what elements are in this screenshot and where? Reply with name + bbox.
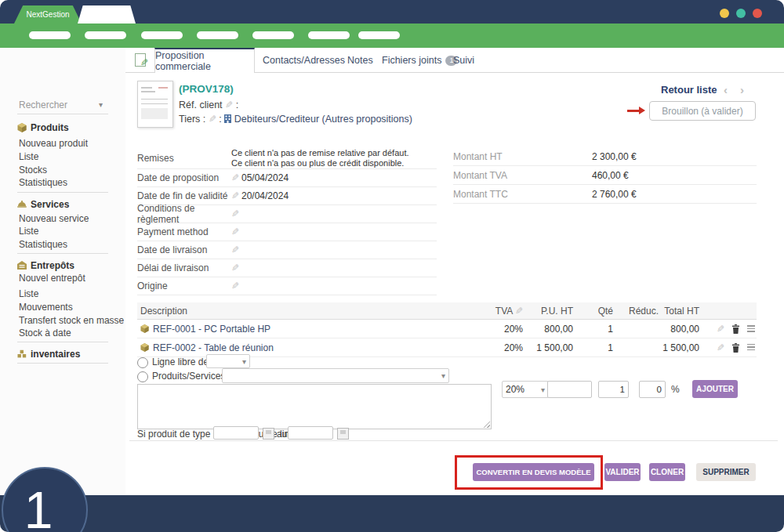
col-total-ht: Total HT [662, 306, 699, 317]
title-bar: NextGestion [0, 0, 784, 24]
tab-suivi[interactable]: Suivi [453, 55, 474, 66]
edit-pencil-icon[interactable]: ✎ [231, 226, 239, 237]
field-row: Origine✎ [137, 277, 437, 295]
cell-pu: 1 500,00 [526, 342, 576, 353]
tab-notes[interactable]: Notes [347, 55, 373, 66]
edit-pencil-icon[interactable]: ✎ [231, 262, 239, 273]
edit-line-icon[interactable]: ✎ [717, 324, 724, 335]
field-label: Conditions de règlement [137, 203, 231, 225]
calendar-icon[interactable] [263, 428, 274, 440]
delete-line-icon[interactable] [731, 324, 740, 334]
au-label: au [277, 429, 287, 440]
valider-button[interactable]: VALIDER [604, 463, 641, 481]
app-tab[interactable]: NextGestion [14, 5, 82, 24]
cell-qty: 1 [576, 342, 619, 353]
cloner-button[interactable]: CLONER [649, 463, 685, 481]
sidebar-item-liste-entrepots[interactable]: Liste [19, 288, 38, 299]
sidebar-item-liste-produits[interactable]: Liste [19, 151, 38, 162]
percent-label: % [671, 384, 680, 395]
radio-ligne-libre[interactable] [137, 357, 148, 368]
menu-item-placeholder[interactable] [29, 31, 71, 39]
vat-select[interactable]: 20%▾ [502, 381, 549, 398]
col-qte: Qté [576, 306, 619, 317]
sidebar-item-nouveau-service[interactable]: Nouveau service [19, 213, 89, 224]
ajouter-button[interactable]: AJOUTER [692, 380, 738, 398]
close-light[interactable] [753, 9, 762, 18]
sidebar-item-mouvements[interactable]: Mouvements [19, 302, 73, 313]
edit-pencil-icon[interactable]: ✎ [231, 190, 239, 201]
tab-proposition-commerciale[interactable]: Proposition commerciale [154, 48, 255, 73]
cell-total: 1 500,00 [662, 342, 699, 353]
sidebar-item-stocks[interactable]: Stocks [19, 165, 47, 176]
footer-bar [0, 495, 784, 532]
edit-pencil-icon[interactable]: ✎ [231, 280, 239, 291]
radio-produits-predefinis[interactable] [137, 371, 148, 382]
edit-pencil-icon[interactable]: ✎ [225, 100, 233, 110]
browser-tab-placeholder[interactable] [78, 5, 136, 24]
proposal-ref: (PROV178) [179, 83, 234, 95]
sidebar-section-inventaires[interactable]: inventaires [17, 348, 80, 360]
divider [17, 363, 108, 364]
edit-pencil-icon[interactable]: ✎ [231, 208, 239, 219]
supprimer-button[interactable]: SUPPRIMER [696, 463, 756, 481]
predefined-product-select[interactable]: ▾ [222, 368, 449, 383]
menu-item-placeholder[interactable] [85, 31, 126, 39]
calendar-icon[interactable] [337, 428, 349, 440]
edit-line-icon[interactable]: ✎ [717, 342, 724, 353]
edit-pencil-icon[interactable]: ✎ [231, 244, 239, 255]
price-input[interactable] [547, 381, 592, 398]
chevron-left-icon[interactable]: ‹ [724, 83, 728, 96]
tab-fichiers-joints[interactable]: Fichiers joints1 [382, 55, 457, 66]
tiers-link[interactable]: Debiteurs/Crediteur (Autres propositions… [234, 114, 412, 125]
edit-pencil-icon[interactable]: ✎ [209, 114, 216, 125]
line-type-select[interactable]: ▾ [206, 354, 250, 368]
sidebar-item-nouvel-entrepot[interactable]: Nouvel entrepôt [19, 273, 85, 284]
menu-item-placeholder[interactable] [197, 31, 238, 39]
date-du-input[interactable] [213, 426, 259, 440]
menu-item-placeholder[interactable] [252, 31, 294, 39]
field-value: 20/04/2024 [241, 190, 437, 201]
qty-input[interactable] [598, 381, 629, 398]
edit-pencil-icon[interactable]: ✎ [231, 172, 239, 183]
maximize-light[interactable] [736, 9, 746, 18]
edit-pencil-icon[interactable]: ✎ [515, 306, 523, 317]
remises-note: Ce client n'a pas ou plus de crédit disp… [231, 158, 437, 168]
field-row: Date de livraison✎ [137, 241, 437, 259]
search-input[interactable]: Rechercher [19, 100, 67, 110]
sidebar-item-statistiques-services[interactable]: Statistiques [19, 239, 67, 250]
field-row: Délai de livraison✎ [137, 259, 437, 277]
amount-row: Montant HT2 300,00 € [453, 147, 757, 166]
sidebar-item-transfert-stock[interactable]: Transfert stock en masse [19, 315, 124, 326]
drag-handle-icon[interactable] [747, 325, 755, 332]
sidebar-item-nouveau-produit[interactable]: Nouveau produit [19, 138, 88, 149]
convertir-devis-modele-button[interactable]: CONVERTIR EN DEVIS MODÈLE [473, 463, 594, 481]
document-thumbnail[interactable] [137, 81, 173, 128]
search-caret-icon[interactable]: ▾ [99, 100, 103, 109]
sidebar-item-statistiques-produits[interactable]: Statistiques [19, 177, 67, 188]
amount-label: Montant HT [453, 151, 592, 162]
menu-item-placeholder[interactable] [308, 31, 350, 39]
date-au-input[interactable] [288, 426, 333, 440]
chevron-right-icon[interactable]: › [740, 83, 744, 96]
drag-handle-icon[interactable] [747, 344, 755, 351]
sidebar-item-liste-services[interactable]: Liste [19, 226, 38, 237]
product-link[interactable]: REF-0002 - Table de réunion [153, 342, 274, 353]
tiers-label: Tiers : [179, 114, 205, 125]
main-content: ✎ Proposition commerciale Contacts/Adres… [125, 48, 784, 495]
minimize-light[interactable] [720, 9, 729, 18]
retour-liste-link[interactable]: Retour liste [661, 84, 717, 96]
menu-item-placeholder[interactable] [141, 31, 183, 39]
sidebar-section-produits: Produits [17, 121, 69, 133]
reduc-input[interactable] [639, 381, 666, 398]
field-label: Origine [137, 280, 231, 291]
sidebar-item-stock-a-date[interactable]: Stock à date [19, 328, 71, 338]
amount-value: 2 300,00 € [592, 151, 757, 162]
menu-item-placeholder[interactable] [358, 31, 400, 39]
product-box-icon [17, 123, 27, 132]
tab-contacts-adresses[interactable]: Contacts/Adresses [263, 55, 345, 66]
line-description-textarea[interactable] [137, 384, 492, 429]
field-label: Date de proposition [137, 172, 231, 183]
product-link[interactable]: REF-0001 - PC Portable HP [153, 324, 270, 335]
field-label: Remises [137, 153, 231, 164]
delete-line-icon[interactable] [731, 343, 740, 353]
